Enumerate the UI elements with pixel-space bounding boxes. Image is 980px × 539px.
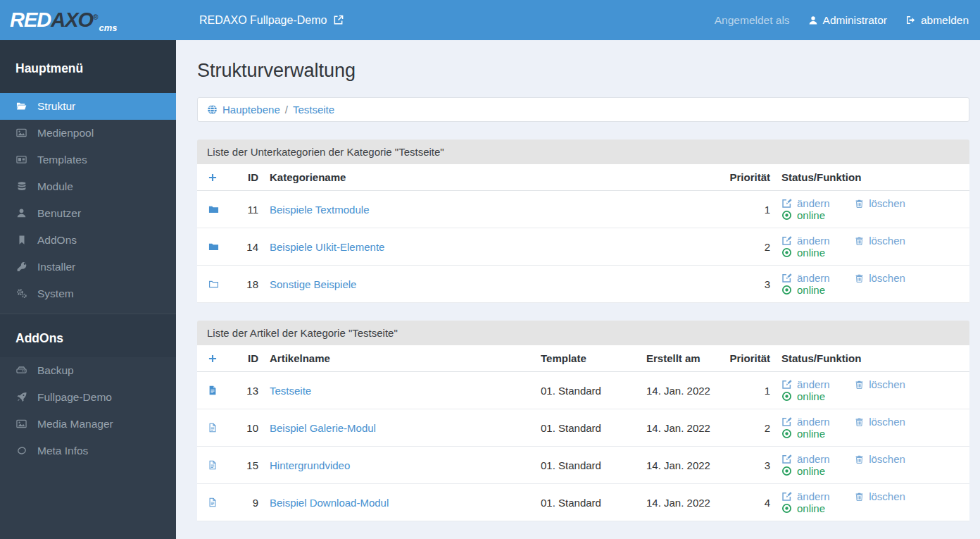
- folder-open-icon: [15, 100, 28, 113]
- row-template: 01. Standard: [535, 409, 641, 447]
- articles-table: ID Artikelname Template Erstellt am Prio…: [197, 345, 969, 521]
- edit-link[interactable]: ändern: [781, 416, 852, 428]
- delete-label: löschen: [869, 272, 905, 284]
- add-article-button[interactable]: [208, 352, 218, 364]
- delete-link[interactable]: löschen: [855, 453, 925, 465]
- trash-icon: [855, 197, 864, 209]
- edit-link[interactable]: ändern: [781, 235, 852, 247]
- column-header-id: ID: [229, 345, 264, 372]
- article-link[interactable]: Beispiel Galerie-Modul: [270, 422, 376, 434]
- row-created: 14. Jan. 2022: [641, 409, 720, 447]
- online-status-link[interactable]: online: [781, 502, 825, 514]
- table-header-row: ID Kategoriename Priorität Status/Funkti…: [197, 164, 969, 191]
- file-solid-icon: [208, 385, 218, 397]
- online-status-link[interactable]: online: [781, 284, 825, 296]
- sidebar-item-templates[interactable]: Templates: [0, 147, 176, 173]
- delete-link[interactable]: löschen: [855, 197, 925, 209]
- rocket-icon: [15, 391, 28, 404]
- table-row: 13 Testseite 01. Standard 14. Jan. 2022 …: [197, 372, 969, 409]
- article-link[interactable]: Beispiel Download-Modul: [270, 497, 389, 509]
- edit-link[interactable]: ändern: [781, 453, 852, 465]
- file-outline-icon: [208, 459, 218, 471]
- user-name: Administrator: [823, 14, 887, 27]
- row-id: 18: [229, 266, 264, 303]
- edit-link[interactable]: ändern: [781, 272, 852, 284]
- pencil-square-icon: [781, 416, 792, 428]
- logo-red: RED: [10, 8, 51, 31]
- user-icon: [15, 207, 28, 220]
- delete-label: löschen: [869, 453, 905, 465]
- sidebar-item-label: Medienpool: [37, 127, 94, 140]
- trash-icon: [855, 416, 864, 428]
- breadcrumb-separator: /: [285, 104, 288, 116]
- delete-link[interactable]: löschen: [855, 490, 925, 502]
- sidebar-item-media-manager[interactable]: Media Manager: [0, 411, 176, 438]
- image-icon: [15, 418, 28, 430]
- dot-circle-icon: [781, 428, 792, 440]
- online-status-link[interactable]: online: [781, 465, 825, 477]
- row-priority: 2: [720, 228, 776, 266]
- sidebar-item-medienpool[interactable]: Medienpool: [0, 120, 176, 147]
- row-created: 14. Jan. 2022: [641, 447, 720, 484]
- key-icon: [15, 261, 28, 273]
- online-status-link[interactable]: online: [781, 428, 825, 440]
- addons-menu-title: AddOns: [0, 314, 176, 357]
- edit-label: ändern: [797, 453, 830, 465]
- category-link[interactable]: Beispiele UIkit-Elemente: [270, 241, 384, 253]
- site-frontend-link[interactable]: REDAXO Fullpage-Demo: [199, 14, 344, 27]
- article-link[interactable]: Testseite: [270, 385, 311, 397]
- site-link-label: REDAXO Fullpage-Demo: [199, 14, 327, 27]
- delete-label: löschen: [869, 416, 905, 428]
- logout-link[interactable]: abmelden: [905, 14, 969, 27]
- sidebar-item-installer[interactable]: Installer: [0, 254, 176, 280]
- sidebar-item-label: Backup: [37, 364, 74, 377]
- add-category-button[interactable]: [208, 171, 218, 183]
- dot-circle-icon: [781, 502, 792, 514]
- sidebar-item-meta-infos[interactable]: Meta Infos: [0, 438, 176, 464]
- row-id: 14: [229, 228, 264, 266]
- row-priority: 1: [720, 191, 776, 228]
- sidebar-item-addons[interactable]: AddOns: [0, 227, 176, 254]
- category-link[interactable]: Beispiele Textmodule: [270, 204, 369, 216]
- row-id: 13: [229, 372, 264, 409]
- online-status-link[interactable]: online: [781, 209, 825, 221]
- edit-link[interactable]: ändern: [781, 378, 852, 390]
- online-status-link[interactable]: online: [781, 390, 825, 402]
- sidebar-item-benutzer[interactable]: Benutzer: [0, 200, 176, 227]
- edit-label: ändern: [797, 272, 830, 284]
- delete-link[interactable]: löschen: [855, 235, 925, 247]
- current-user-link[interactable]: Administrator: [808, 14, 887, 27]
- pencil-square-icon: [781, 453, 792, 465]
- delete-link[interactable]: löschen: [855, 378, 925, 390]
- plus-icon: [208, 173, 218, 182]
- row-template: 01. Standard: [535, 447, 641, 484]
- trash-icon: [855, 490, 864, 502]
- delete-link[interactable]: löschen: [855, 416, 925, 428]
- sidebar-item-struktur[interactable]: Struktur: [0, 93, 176, 120]
- sidebar-item-label: Media Manager: [37, 418, 113, 430]
- category-link[interactable]: Sonstige Beispiele: [270, 278, 356, 290]
- edit-link[interactable]: ändern: [781, 197, 852, 209]
- breadcrumb-current-link[interactable]: Testseite: [293, 104, 334, 116]
- online-label: online: [797, 247, 825, 259]
- sidebar-item-system[interactable]: System: [0, 280, 176, 307]
- online-status-link[interactable]: online: [781, 247, 825, 259]
- row-id: 11: [229, 191, 264, 228]
- column-header-status: Status/Funktion: [776, 164, 969, 191]
- sidebar-item-module[interactable]: Module: [0, 173, 176, 200]
- delete-label: löschen: [869, 378, 905, 390]
- edit-link[interactable]: ändern: [781, 490, 852, 502]
- sidebar-item-backup[interactable]: Backup: [0, 357, 176, 384]
- breadcrumb-root-link[interactable]: Hauptebene: [207, 104, 280, 116]
- redaxo-logo: REDAXO®cms: [0, 8, 176, 32]
- column-header-template: Template: [535, 345, 641, 372]
- row-template: 01. Standard: [535, 372, 641, 409]
- folder-solid-icon: [208, 241, 220, 253]
- delete-label: löschen: [869, 197, 905, 209]
- online-label: online: [797, 502, 825, 514]
- column-header-name: Artikelname: [264, 345, 535, 372]
- comment-outline-icon: [15, 445, 28, 457]
- delete-link[interactable]: löschen: [855, 272, 925, 284]
- article-link[interactable]: Hintergrundvideo: [270, 459, 350, 471]
- sidebar-item-fullpage-demo[interactable]: Fullpage-Demo: [0, 384, 176, 411]
